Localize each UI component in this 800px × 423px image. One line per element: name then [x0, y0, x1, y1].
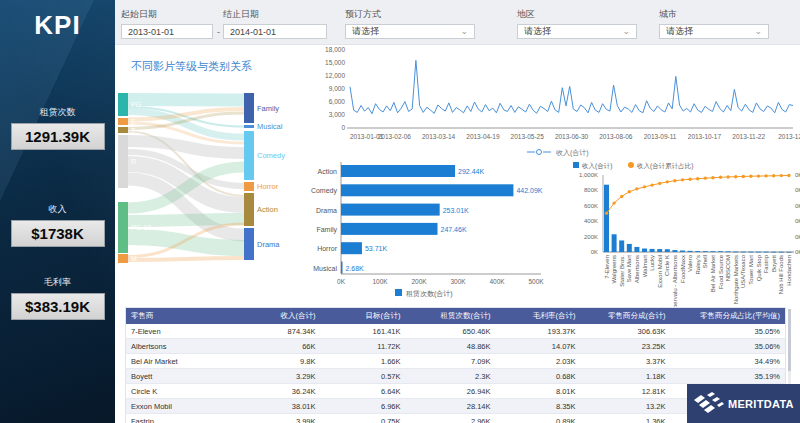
svg-text:FoodMaxx: FoodMaxx — [680, 255, 686, 283]
start-date-input[interactable]: 2013-01-01 — [121, 24, 213, 39]
city-value: 请选择 — [666, 25, 693, 38]
svg-text:收入(合计累计占比): 收入(合计累计占比) — [637, 162, 693, 170]
value-cell: 0.57K — [321, 369, 406, 384]
filter-bar: 起始日期 2013-01-01 - 结止日期 2014-01-01 预订方式 请… — [115, 0, 800, 45]
column-header: 租赁次数(合计) — [406, 308, 496, 325]
svg-text:Family: Family — [257, 104, 279, 113]
svg-text:6,000: 6,000 — [329, 98, 346, 105]
city-select[interactable]: 请选择 ⌄ — [659, 24, 769, 39]
table-row: Bel Air Market9.8K1.66K7.09K2.03K3.37K34… — [126, 354, 786, 369]
retailer-name-cell: Circle K — [126, 384, 236, 399]
svg-text:200K: 200K — [584, 234, 598, 240]
svg-text:PG-13: PG-13 — [131, 224, 151, 231]
svg-text:Horror: Horror — [317, 245, 338, 252]
film-rating-category-sankey: PGETRPG-13MFamilyMusicalComedyHorrorActi… — [118, 85, 303, 280]
metric-revenue: 收入 $1738K — [0, 203, 115, 247]
scrollbar-thumb[interactable] — [788, 309, 791, 371]
svg-text:Valero: Valero — [687, 254, 693, 272]
svg-text:租赁次数(合计): 租赁次数(合计) — [406, 290, 453, 298]
svg-text:收入(合计): 收入(合计) — [556, 149, 589, 157]
value-cell: 0.75K — [321, 414, 406, 423]
value-cell: 36.24K — [236, 384, 321, 399]
brand-logo: MERITDATA — [687, 384, 800, 423]
value-cell: 2.3K — [406, 369, 496, 384]
svg-text:Action: Action — [318, 168, 338, 175]
table-header-row: 零售商收入(合计)目标(合计)租赁次数(合计)毛利率(合计)零售商分成(合计)零… — [126, 308, 786, 325]
end-date-input[interactable]: 2014-01-01 — [223, 24, 327, 39]
svg-text:0K: 0K — [795, 234, 800, 240]
value-cell: 8.01K — [496, 384, 581, 399]
end-date-label: 结止日期 — [223, 8, 259, 21]
svg-text:400K: 400K — [489, 278, 505, 285]
svg-text:Nob Hill Foods: Nob Hill Foods — [778, 255, 784, 294]
svg-text:0K: 0K — [795, 218, 800, 224]
svg-text:0K: 0K — [795, 187, 800, 193]
svg-text:USA/Texaco: USA/Texaco — [740, 254, 746, 288]
region-select[interactable]: 请选择 ⌄ — [517, 24, 637, 39]
svg-text:M: M — [131, 255, 137, 262]
svg-text:100K: 100K — [372, 278, 388, 285]
value-cell: 1.36K — [581, 414, 671, 423]
svg-text:Family: Family — [316, 226, 337, 234]
svg-text:Northgate Markets: Northgate Markets — [733, 255, 739, 304]
value-cell: 34.49% — [671, 354, 786, 369]
end-date-value: 2014-01-01 — [230, 27, 276, 37]
value-cell: 26.94K — [406, 384, 496, 399]
svg-text:2013-05-25: 2013-05-25 — [511, 133, 545, 140]
chevron-down-icon: ⌄ — [460, 27, 468, 36]
value-cell: 13.2K — [581, 399, 671, 414]
column-header: 零售商 — [126, 308, 236, 325]
svg-text:Tower Mart: Tower Mart — [748, 255, 754, 285]
svg-text:0K: 0K — [795, 249, 800, 255]
svg-text:292.44K: 292.44K — [458, 168, 484, 175]
value-cell: 1.18K — [581, 369, 671, 384]
svg-text:0K: 0K — [337, 278, 346, 285]
svg-text:Comedy: Comedy — [257, 151, 285, 160]
value-cell: 2.03K — [496, 354, 581, 369]
dashboard-body: 不同影片等级与类别关系 PGETRPG-13MFamilyMusicalCome… — [115, 45, 800, 423]
retailer-name-cell: Albertsons — [126, 339, 236, 354]
svg-text:300K: 300K — [450, 278, 466, 285]
svg-text:2013-09-11: 2013-09-11 — [644, 133, 677, 140]
value-cell: 3.29K — [236, 369, 321, 384]
metric-label: 租赁次数 — [0, 106, 115, 119]
svg-text:Bel Air Market: Bel Air Market — [710, 255, 716, 293]
svg-text:PG: PG — [131, 101, 141, 108]
value-cell: 35.06% — [671, 339, 786, 354]
value-cell: 3.37K — [581, 354, 671, 369]
metric-label: 毛利率 — [0, 276, 115, 289]
retailer-revenue-pareto-chart: 收入(合计)收入(合计累计占比)1,000K0K800K0K600K0K400K… — [565, 158, 800, 308]
value-cell: 2.96K — [406, 414, 496, 423]
value-cell: 9.8K — [236, 354, 321, 369]
svg-text:2013-10-17: 2013-10-17 — [688, 133, 722, 140]
svg-text:2013-06-30: 2013-06-30 — [555, 133, 589, 140]
svg-text:2013-03-14: 2013-03-14 — [422, 133, 456, 140]
svg-text:247.46K: 247.46K — [441, 226, 467, 233]
start-date-label: 起始日期 — [121, 8, 157, 21]
svg-text:Lucky: Lucky — [649, 255, 655, 271]
booking-method-label: 预订方式 — [345, 8, 381, 21]
svg-text:Circle K: Circle K — [664, 255, 670, 276]
sidebar: KPI 租赁次数 1291.39K 收入 $1738K 毛利率 $383.19K — [0, 0, 115, 423]
chevron-down-icon: ⌄ — [622, 27, 630, 36]
svg-text:Food Source: Food Source — [718, 254, 724, 289]
svg-text:Musical: Musical — [313, 265, 337, 272]
booking-method-select[interactable]: 请选择 ⌄ — [345, 24, 475, 39]
value-cell: 14.07K — [496, 339, 581, 354]
svg-text:600K: 600K — [584, 203, 598, 209]
value-cell: 11.72K — [321, 339, 406, 354]
svg-text:0K: 0K — [795, 203, 800, 209]
value-cell: 48.86K — [406, 339, 496, 354]
value-cell: 0.68K — [496, 369, 581, 384]
svg-text:Drama: Drama — [316, 207, 337, 214]
svg-text:2013-12-3: 2013-12-3 — [778, 133, 800, 140]
region-label: 地区 — [517, 8, 535, 21]
table-row: Boyett3.29K0.57K2.3K0.68K1.18K35.19% — [126, 369, 786, 384]
metric-value: $383.19K — [11, 293, 105, 320]
svg-text:Stater Bros.: Stater Bros. — [619, 255, 625, 287]
value-cell: 306.63K — [581, 324, 671, 339]
table-row: Albertsons66K11.72K48.86K14.07K23.25K35.… — [126, 339, 786, 354]
revenue-line-chart: 18,00015,00012,0009,0006,0003,00002013-0… — [303, 45, 800, 158]
value-cell: 28.14K — [406, 399, 496, 414]
value-cell: 66K — [236, 339, 321, 354]
